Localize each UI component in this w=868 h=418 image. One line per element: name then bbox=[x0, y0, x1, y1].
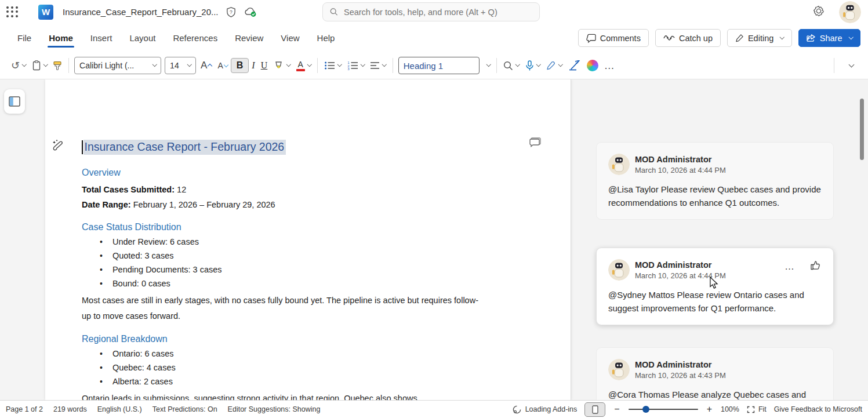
doc-line-date-range[interactable]: Date Range: February 1, 2026 – February … bbox=[82, 197, 537, 212]
tab-home[interactable]: Home bbox=[40, 27, 82, 49]
user-avatar[interactable] bbox=[839, 1, 861, 23]
paste-button[interactable] bbox=[29, 58, 50, 73]
collapse-ribbon-button[interactable] bbox=[843, 63, 856, 69]
text-predictions-indicator[interactable]: Text Predictions: On bbox=[152, 405, 217, 413]
chevron-down-icon bbox=[307, 62, 312, 67]
ribbon-tabs: File Home Insert Layout References Revie… bbox=[9, 27, 343, 49]
search-icon bbox=[330, 8, 338, 16]
app-launcher-icon[interactable] bbox=[6, 6, 19, 19]
find-button[interactable] bbox=[500, 59, 522, 73]
comment-like-button[interactable] bbox=[810, 260, 820, 273]
word-count[interactable]: 219 words bbox=[53, 405, 87, 413]
tab-review[interactable]: Review bbox=[226, 27, 272, 49]
section-heading-case-status[interactable]: Case Status Distribution bbox=[82, 222, 537, 232]
comment-card[interactable]: MOD Administrator March 10, 2026 at 4:44… bbox=[596, 248, 834, 325]
ink-tools-button[interactable] bbox=[543, 59, 565, 73]
font-size-value: 14 bbox=[170, 61, 179, 70]
font-color-button[interactable]: A bbox=[293, 58, 314, 74]
text-cursor bbox=[82, 140, 83, 154]
doc-line-total-cases[interactable]: Total Cases Submitted: 12 bbox=[82, 182, 537, 197]
share-button[interactable]: Share bbox=[798, 29, 860, 47]
zoom-in-button[interactable]: + bbox=[706, 404, 713, 415]
editor-suggestions-indicator[interactable]: Editor Suggestions: Showing bbox=[228, 405, 321, 413]
font-name-select[interactable]: Calibri Light (... bbox=[74, 57, 161, 74]
language-indicator[interactable]: English (U.S.) bbox=[97, 405, 142, 413]
style-value: Heading 1 bbox=[404, 61, 443, 71]
list-item[interactable]: Quebec: 4 cases bbox=[100, 361, 537, 375]
navigation-pane-toggle[interactable] bbox=[4, 89, 25, 114]
word-logo[interactable]: W bbox=[38, 5, 53, 20]
zoom-out-button[interactable]: − bbox=[613, 404, 620, 415]
copilot-pen-icon[interactable] bbox=[50, 139, 65, 154]
document-title[interactable]: Insurance_Case_Report_February_20... bbox=[63, 7, 219, 17]
protection-shield-icon[interactable]: ? bbox=[226, 6, 237, 18]
doc-heading-title[interactable]: Insurance Case Report - February 2026 bbox=[83, 140, 286, 155]
page-icon bbox=[592, 405, 598, 414]
zoom-slider-knob[interactable] bbox=[642, 406, 649, 413]
shrink-font-button[interactable]: A bbox=[215, 59, 230, 72]
comments-button[interactable]: Comments bbox=[578, 29, 649, 47]
zoom-slider[interactable] bbox=[629, 405, 698, 413]
regional-paragraph[interactable]: Ontario leads in submissions, suggesting… bbox=[82, 391, 499, 400]
comment-card[interactable]: MOD Administrator March 10, 2026 at 4:43… bbox=[596, 347, 834, 400]
font-size-select[interactable]: 14 bbox=[165, 57, 196, 74]
copilot-button[interactable] bbox=[584, 57, 601, 74]
list-item[interactable]: Alberta: 2 cases bbox=[100, 375, 537, 388]
page-view-button[interactable] bbox=[584, 402, 605, 417]
tab-references[interactable]: References bbox=[164, 27, 226, 49]
editing-mode-button[interactable]: Editing bbox=[727, 29, 792, 47]
highlight-button[interactable] bbox=[270, 58, 293, 73]
page-info[interactable]: Page 1 of 2 bbox=[6, 405, 43, 413]
list-item[interactable]: Bound: 0 cases bbox=[100, 277, 537, 290]
italic-button[interactable]: I bbox=[249, 58, 257, 73]
global-search[interactable] bbox=[322, 2, 540, 21]
section-heading-regional[interactable]: Regional Breakdown bbox=[82, 334, 537, 344]
styles-dropdown-button[interactable] bbox=[481, 63, 493, 68]
search-input[interactable] bbox=[344, 8, 532, 17]
caret-down-icon bbox=[224, 63, 228, 67]
tab-file[interactable]: File bbox=[9, 27, 40, 49]
case-status-paragraph[interactable]: Most cases are still in early stages, wi… bbox=[82, 293, 488, 324]
alignment-button[interactable] bbox=[367, 59, 389, 72]
tab-layout[interactable]: Layout bbox=[121, 27, 164, 49]
pencil-icon bbox=[735, 34, 744, 42]
comment-card[interactable]: MOD Administrator March 10, 2026 at 4:44… bbox=[596, 142, 834, 220]
section-heading-overview[interactable]: Overview bbox=[82, 168, 537, 178]
svg-text:?: ? bbox=[230, 9, 233, 14]
catch-up-button[interactable]: Catch up bbox=[655, 29, 721, 47]
settings-gear-icon[interactable] bbox=[813, 5, 825, 20]
undo-button[interactable]: ↺ bbox=[8, 58, 29, 73]
more-options-button[interactable]: … bbox=[601, 57, 619, 74]
dictate-button[interactable] bbox=[522, 58, 543, 74]
tab-insert[interactable]: Insert bbox=[82, 27, 121, 49]
comment-more-options-button[interactable]: … bbox=[785, 261, 795, 272]
styles-select[interactable]: Heading 1 bbox=[398, 57, 480, 74]
numbered-list-button[interactable]: 123 bbox=[344, 59, 368, 72]
feedback-link[interactable]: Give Feedback to Microsoft bbox=[774, 405, 862, 413]
scrollbar-thumb[interactable] bbox=[860, 99, 864, 160]
tab-help[interactable]: Help bbox=[308, 27, 344, 49]
copilot-icon bbox=[587, 60, 598, 71]
editor-button[interactable] bbox=[565, 58, 584, 74]
bullet-list-button[interactable] bbox=[321, 59, 344, 72]
list-item[interactable]: Ontario: 6 cases bbox=[100, 347, 537, 361]
list-item[interactable]: Quoted: 3 cases bbox=[100, 249, 537, 263]
font-name-value: Calibri Light (... bbox=[79, 61, 134, 70]
tab-view[interactable]: View bbox=[272, 27, 308, 49]
case-status-list: Under Review: 6 cases Quoted: 3 cases Pe… bbox=[100, 235, 537, 290]
zoom-level[interactable]: 100% bbox=[721, 405, 739, 413]
list-item[interactable]: Pending Documents: 3 cases bbox=[100, 263, 537, 277]
bold-button[interactable]: B bbox=[231, 58, 249, 73]
comment-indicator-icon[interactable] bbox=[529, 136, 542, 150]
search-icon bbox=[503, 61, 513, 71]
chevron-down-icon bbox=[486, 62, 491, 67]
grow-font-button[interactable]: A bbox=[198, 57, 215, 74]
cloud-saved-icon[interactable] bbox=[244, 6, 257, 18]
list-item[interactable]: Under Review: 6 cases bbox=[100, 235, 537, 249]
document-page[interactable]: Insurance Case Report - February 2026 Ov… bbox=[45, 79, 571, 400]
fit-button[interactable]: Fit bbox=[758, 405, 767, 413]
ink-pen-icon bbox=[546, 61, 556, 71]
underline-button[interactable]: U bbox=[258, 58, 271, 73]
regional-list: Ontario: 6 cases Quebec: 4 cases Alberta… bbox=[100, 347, 537, 388]
format-painter-button[interactable] bbox=[50, 59, 65, 73]
